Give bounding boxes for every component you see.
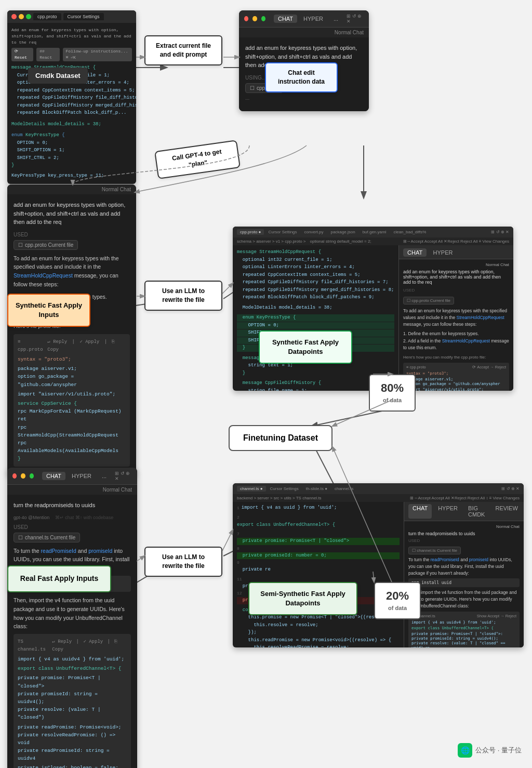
editor-bottom-left: 1 import { v4 as uuid } from 'uuid'; 2 e…	[233, 502, 404, 647]
tab-chat-top[interactable]: CHAT	[274, 15, 297, 23]
file-badge-left: ☐ cpp.proto Current file	[14, 240, 78, 250]
finetuning-dataset-box: Finetuning Dataset	[229, 425, 332, 451]
dot-green-bl	[30, 473, 34, 479]
svg-line-19	[222, 530, 233, 551]
percent-80-num: 80%	[376, 381, 408, 395]
code-block-header: ≡ cpp.proto ↵ Reply | ✓ Apply | ⎘ Copy	[18, 338, 126, 353]
chat-message-bottom: turn the readpromiseids to uuids	[14, 501, 131, 510]
chat-used-bottom: USED ☐ channel.ts Current file	[14, 524, 131, 542]
percent-20-box: 20% of data	[374, 582, 421, 619]
code-block-channel-left: TS channel.ts ↵ Reply | ✓ Apply | ⎘ Copy…	[14, 634, 131, 768]
svg-line-7	[312, 411, 384, 426]
tab-chat-bottom-editor[interactable]: CHAT	[408, 504, 432, 519]
editor-left-pane: message StreamHoldCppRequest { optional …	[233, 245, 399, 391]
code-tab-cursor: Cursor Settings	[63, 13, 104, 20]
real-inputs-label: Real Fast Apply Inputs	[20, 574, 98, 582]
watermark-text: 公众号 · 量子位	[475, 746, 522, 755]
stream-hold-link[interactable]: StreamHoldCppRequest	[14, 272, 73, 279]
dot-yellow-bl	[21, 473, 25, 479]
dot-yellow	[19, 14, 24, 19]
use-llm-rewrite-box2: Use an LLM to rewrite the file	[144, 547, 222, 577]
semi-synthetic-badge: Semi-Synthetic Fast Apply Datapoints	[248, 582, 357, 615]
chat-titlebar-bottom-left: CHAT HYPER ... ⊞ ↺ ⊕ ✕	[7, 468, 137, 485]
cmdk-code-window: cpp.proto Cursor Settings Add an enum fo…	[7, 10, 136, 184]
call-gpt4-label: Call GPT-4 to get "plan"	[156, 145, 239, 174]
call-gpt4-text: Call GPT-4 to get "plan"	[154, 140, 241, 179]
synthetic-datapoints-badge: Synthetic Fast Apply Datapoints	[259, 330, 352, 364]
code-block-header-left: TS channel.ts ↵ Reply | ✓ Apply | ⎘ Copy	[18, 638, 127, 653]
editor-bottom-right-chat: CHAT HYPER BIG CMDK REVIEW Normal Chat t…	[404, 502, 524, 647]
editor-window-bottom: channel.ts ● Cursor Settings th-slide.ts…	[233, 483, 524, 647]
synthetic-fast-apply-inputs: Synthetic Fast Apply Inputs	[7, 294, 90, 327]
use-llm-rewrite-label: Use an LLM to rewrite the file	[162, 287, 205, 303]
svg-line-14	[222, 283, 233, 294]
synthetic-inputs-label: Synthetic Fast Apply Inputs	[16, 301, 82, 319]
tab-hyper-editor[interactable]: HYPER	[429, 248, 457, 257]
finetuning-label: Finetuning Dataset	[243, 433, 318, 442]
chat-subtitle-top: Normal Chat	[239, 28, 369, 37]
cmdk-dataset-badge: Cmdk Dataset	[28, 68, 88, 84]
watermark-icon: 🌐	[458, 743, 472, 758]
percent-80-box: 80% of data	[369, 374, 416, 412]
chat-window-top-right: CHAT HYPER ... ⊞ ↺ ⊕ ✕ Normal Chat add a…	[239, 10, 369, 111]
used-label-left: USED	[14, 232, 130, 237]
chat-response2-bottom: Then, import the v4 function from the uu…	[14, 596, 131, 631]
chat-body-bottom-left: turn the readpromiseids to uuids gpt-4o …	[7, 495, 137, 768]
diagram-canvas: cpp.proto Cursor Settings Add an enum fo…	[0, 0, 532, 768]
use-llm-rewrite-label2: Use an LLM to rewrite the file	[162, 553, 205, 570]
used-label-bottom: USED	[14, 524, 131, 530]
promise-link[interactable]: promiseId	[88, 548, 112, 554]
percent-20-label: of data	[388, 605, 407, 611]
chat-window-left-plan: Normal Chat add an enum for keypress typ…	[7, 184, 136, 476]
chat-tabs-bottom: CHAT HYPER ...	[42, 472, 111, 480]
real-fast-apply-inputs: Real Fast Apply Inputs	[7, 565, 111, 592]
read-promise-link[interactable]: readPromiseId	[41, 548, 76, 554]
chat-used-left: USED ☐ cpp.proto Current file	[14, 232, 130, 250]
svg-line-18	[137, 556, 144, 561]
chat-body-left: add an enum for keypress types with opti…	[7, 194, 136, 476]
tab-chat-bottom[interactable]: CHAT	[42, 472, 65, 480]
window-controls-bl: ⊞ ↺ ⊕ ✕	[115, 471, 132, 481]
editor-titlebar-bottom: channel.ts ● Cursor Settings th-slide.ts…	[233, 483, 524, 494]
dot-red	[11, 14, 17, 19]
chat-titlebar-right: CHAT HYPER ... ⊞ ↺ ⊕ ✕	[239, 10, 369, 28]
dot-green-r	[261, 16, 265, 21]
editor-right-chat: CHAT HYPER Normal Chat add an enum for k…	[399, 245, 513, 391]
tab-more-bottom[interactable]: ...	[98, 472, 111, 480]
dot-red-r	[244, 16, 248, 21]
code-tab-proto: cpp.proto	[33, 13, 61, 20]
chat-tabs-top: CHAT HYPER ...	[274, 15, 342, 23]
tab-chat-editor[interactable]: CHAT	[403, 248, 427, 257]
tab-review-bottom-editor[interactable]: REVIEW	[491, 504, 522, 519]
extract-label: Extract current file and edit prompt	[156, 42, 211, 58]
file-badge-bottom: ☐ channel.ts Current file	[14, 533, 80, 542]
chat-edit-label: Chat edit instruction data	[265, 62, 338, 92]
code-body-top: Add an enum for keypress types with opti…	[7, 23, 136, 184]
tab-hyper-top[interactable]: HYPER	[299, 15, 327, 23]
tab-hyper-bottom-editor[interactable]: HYPER	[434, 504, 462, 519]
dot-yellow-r	[252, 16, 257, 21]
tab-more-top[interactable]: ...	[329, 15, 342, 23]
chat-window-bottom-left: CHAT HYPER ... ⊞ ↺ ⊕ ✕ Normal Chat turn …	[7, 468, 137, 768]
dot-green	[26, 14, 31, 19]
editor-titlebar-middle: cpp.proto ● Cursor Settings convert.py p…	[233, 227, 513, 237]
extract-box: Extract current file and edit prompt	[144, 35, 222, 65]
tab-bigcmdk-bottom-editor[interactable]: BIG CMDK	[464, 504, 489, 519]
percent-20-num: 20%	[381, 589, 414, 603]
tab-hyper-bottom[interactable]: HYPER	[68, 472, 96, 480]
chat-response-left: To add an enum for keypress types with t…	[14, 254, 130, 289]
use-llm-rewrite-box: Use an LLM to rewrite the file	[144, 281, 222, 311]
editor-window-middle: cpp.proto ● Cursor Settings convert.py p…	[233, 227, 513, 391]
code-titlebar-top: cpp.proto Cursor Settings	[7, 10, 136, 23]
chat-message-left: add an enum for keypress types with opti…	[14, 201, 130, 227]
chat-subtitle-bottom-left: Normal Chat	[7, 485, 137, 495]
percent-80-label: of data	[383, 397, 402, 403]
watermark: 🌐 公众号 · 量子位	[458, 743, 522, 758]
code-block-left: ≡ cpp.proto ↵ Reply | ✓ Apply | ⎘ Copy s…	[14, 334, 130, 467]
dot-red-bl	[12, 473, 17, 479]
chat-subtitle-left: Normal Chat	[7, 184, 136, 194]
